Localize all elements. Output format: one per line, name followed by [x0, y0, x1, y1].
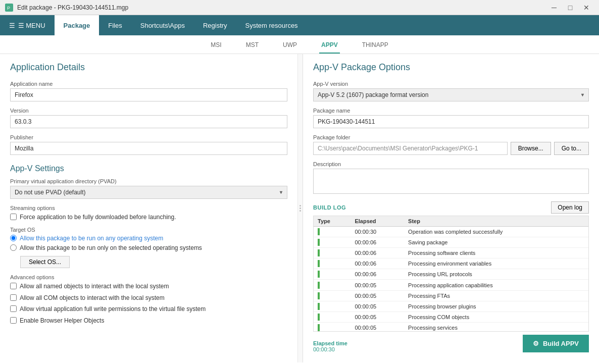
title-bar-controls: ─ □ ✕	[546, 0, 594, 15]
minimize-button[interactable]: ─	[546, 0, 562, 15]
elapsed-section: Elapsed time 00:00:30 ⚙ Build APPV	[313, 335, 589, 352]
log-table-container[interactable]: Type Elapsed Step 00:00:30 Operation was…	[313, 216, 589, 332]
appv-options-title: App-V Package Options	[313, 62, 589, 73]
log-elapsed-cell: 00:00:06	[351, 237, 404, 248]
log-row: 00:00:06 Processing environment variable…	[314, 258, 588, 269]
right-panel: App-V Package Options App-V version App-…	[303, 54, 599, 362]
log-row: 00:00:05 Processing FTAs	[314, 290, 588, 301]
subtab-thinapp[interactable]: THINAPP	[360, 39, 390, 54]
log-type-cell	[314, 248, 351, 258]
tab-system-resources[interactable]: System resources	[236, 15, 307, 35]
log-step-cell: Processing browser plugins	[404, 301, 588, 311]
browse-button[interactable]: Browse...	[511, 142, 551, 155]
log-type-cell	[314, 269, 351, 280]
radio-selected-os: Allow this package to be run only on the…	[10, 244, 287, 251]
adv-checkbox-4-group: Enable Browser Helper Objects	[10, 317, 287, 325]
adv-checkbox-2-label: Allow all COM objects to interact with t…	[20, 294, 165, 302]
subtab-appv[interactable]: APPV	[319, 39, 340, 54]
adv-checkbox-1-group: Allow all named objects to interact with…	[10, 282, 287, 291]
tab-files[interactable]: Files	[99, 15, 131, 35]
log-type-cell	[314, 227, 351, 237]
open-log-button[interactable]: Open log	[551, 201, 589, 214]
log-row: 00:00:05 Processing services	[314, 322, 588, 332]
subtab-msi[interactable]: MSI	[209, 39, 223, 54]
window-title: Edit package - PKG-190430-144511.mgp	[17, 4, 128, 11]
adv-checkbox-3-group: Allow virtual application full write per…	[10, 305, 287, 314]
menu-button[interactable]: ☰ ☰ MENU	[0, 15, 55, 35]
log-step-cell: Processing URL protocols	[404, 269, 588, 280]
pvad-select[interactable]: Do not use PVAD (default) Use PVAD	[10, 186, 287, 199]
log-row: 00:00:05 Processing COM objects	[314, 311, 588, 322]
menu-icon: ☰	[9, 22, 15, 29]
log-type-cell	[314, 322, 351, 332]
package-folder-input[interactable]	[313, 142, 508, 155]
pvad-field: Primary virtual application directory (P…	[10, 178, 287, 199]
adv-checkbox-3[interactable]	[10, 305, 17, 312]
log-elapsed-cell: 00:00:05	[351, 311, 404, 322]
adv-checkbox-1-label: Allow all named objects to interact with…	[20, 282, 169, 291]
appv-version-select[interactable]: App-V 5.0 package format version App-V 5…	[313, 88, 589, 101]
streaming-label: Streaming options	[10, 205, 287, 211]
appv-version-field: App-V version App-V 5.0 package format v…	[313, 81, 589, 101]
main-content: Application Details Application name Ver…	[0, 54, 599, 362]
subtab-uwp[interactable]: UWP	[281, 39, 299, 54]
log-type-cell	[314, 290, 351, 301]
adv-checkbox-4-label: Enable Browser Helper Objects	[20, 317, 104, 325]
maximize-button[interactable]: □	[563, 0, 578, 15]
tab-package[interactable]: Package	[55, 15, 99, 35]
title-bar-left: P Edit package - PKG-190430-144511.mgp	[5, 4, 128, 12]
tab-registry[interactable]: Registry	[194, 15, 236, 35]
drag-dot-3	[300, 210, 301, 212]
close-button[interactable]: ✕	[579, 0, 594, 15]
app-name-input[interactable]	[10, 88, 287, 101]
goto-button[interactable]: Go to...	[554, 142, 589, 155]
radio-any-label: Allow this package to be run on any oper…	[20, 235, 163, 242]
subtab-mst[interactable]: MST	[244, 39, 261, 54]
adv-checkbox-1[interactable]	[10, 283, 17, 289]
package-folder-label: Package folder	[313, 134, 589, 140]
app-details-title: Application Details	[10, 62, 287, 73]
adv-checkbox-4[interactable]	[10, 317, 17, 324]
select-os-button[interactable]: Select OS...	[20, 256, 70, 268]
elapsed-info: Elapsed time 00:00:30	[313, 340, 347, 352]
build-log-header: BUILD LOG Open log	[313, 201, 589, 214]
adv-checkbox-2[interactable]	[10, 294, 17, 301]
build-icon: ⚙	[533, 340, 539, 347]
log-step-cell: Operation was completed successfully	[404, 227, 588, 237]
log-step-cell: Processing COM objects	[404, 311, 588, 322]
build-appv-button[interactable]: ⚙ Build APPV	[523, 335, 589, 352]
resize-handle[interactable]	[298, 54, 303, 362]
description-label: Description	[313, 161, 589, 167]
streaming-checkbox-label: Force application to be fully downloaded…	[20, 213, 176, 222]
package-name-input[interactable]	[313, 115, 589, 128]
radio-selected-input[interactable]	[10, 244, 17, 251]
app-name-label: Application name	[10, 81, 287, 87]
log-elapsed-cell: 00:00:05	[351, 301, 404, 311]
menu-bar: ☰ ☰ MENU Package Files Shortcuts\Apps Re…	[0, 15, 599, 35]
target-os-label: Target OS	[10, 227, 287, 233]
svg-text:P: P	[7, 6, 10, 11]
pvad-select-wrapper: Do not use PVAD (default) Use PVAD ▼	[10, 186, 287, 199]
log-elapsed-cell: 00:00:06	[351, 269, 404, 280]
build-log-title: BUILD LOG	[313, 204, 346, 211]
log-table: Type Elapsed Step 00:00:30 Operation was…	[314, 216, 588, 332]
log-elapsed-cell: 00:00:06	[351, 248, 404, 258]
package-name-field: Package name	[313, 108, 589, 128]
build-log-section: BUILD LOG Open log Type Elapsed Step 00:…	[313, 201, 589, 332]
log-type-cell	[314, 258, 351, 269]
log-type-cell	[314, 301, 351, 311]
radio-selected-label: Allow this package to be run only on the…	[20, 244, 202, 251]
log-row: 00:00:06 Processing software clients	[314, 248, 588, 258]
description-input[interactable]	[313, 169, 589, 194]
version-input[interactable]	[10, 115, 287, 128]
publisher-field: Publisher	[10, 134, 287, 155]
build-btn-label: Build APPV	[543, 340, 579, 347]
tab-shortcuts[interactable]: Shortcuts\Apps	[131, 15, 194, 35]
log-row: 00:00:30 Operation was completed success…	[314, 227, 588, 237]
streaming-checkbox[interactable]	[10, 214, 17, 220]
package-name-label: Package name	[313, 108, 589, 114]
radio-any-input[interactable]	[10, 235, 17, 241]
publisher-input[interactable]	[10, 142, 287, 155]
log-step-cell: Saving package	[404, 237, 588, 248]
col-step: Step	[404, 216, 588, 227]
